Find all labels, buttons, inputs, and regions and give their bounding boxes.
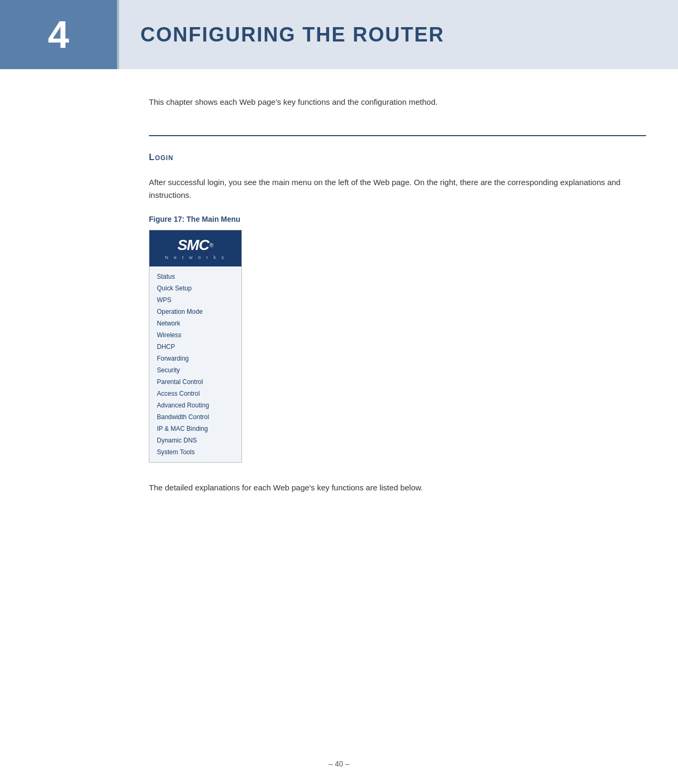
menu-list-item[interactable]: Wireless <box>149 329 241 341</box>
chapter-title: Configuring the Router <box>140 23 445 46</box>
page-header: 4 Configuring the Router <box>0 0 678 69</box>
menu-list-item[interactable]: Status <box>149 271 241 282</box>
chapter-number-block: 4 <box>0 0 117 69</box>
figure-label: Figure 17: The Main Menu <box>149 215 646 223</box>
chapter-number: 4 <box>48 13 69 56</box>
menu-list-item[interactable]: Operation Mode <box>149 306 241 318</box>
menu-list-item[interactable]: IP & MAC Binding <box>149 423 241 435</box>
menu-list-item[interactable]: Network <box>149 318 241 329</box>
login-body-text: After successful login, you see the main… <box>149 176 646 202</box>
main-content: This chapter shows each Web page's key f… <box>0 69 678 526</box>
menu-list-item[interactable]: Security <box>149 364 241 376</box>
menu-list: StatusQuick SetupWPSOperation ModeNetwor… <box>149 266 241 462</box>
footer-paragraph: The detailed explanations for each Web p… <box>149 481 646 494</box>
section-divider <box>149 135 646 136</box>
main-menu-screenshot: SMC® N e t w o r k s StatusQuick SetupWP… <box>149 230 242 463</box>
chapter-title-block: Configuring the Router <box>117 0 678 69</box>
smc-reg-mark: ® <box>210 243 213 248</box>
menu-list-item[interactable]: Dynamic DNS <box>149 435 241 446</box>
page-number: – 40 – <box>329 760 349 768</box>
menu-list-item[interactable]: Access Control <box>149 388 241 399</box>
login-section-heading: Login <box>149 152 646 163</box>
menu-list-item[interactable]: Bandwidth Control <box>149 411 241 423</box>
menu-list-item[interactable]: DHCP <box>149 341 241 353</box>
menu-list-item[interactable]: Quick Setup <box>149 282 241 294</box>
intro-paragraph: This chapter shows each Web page's key f… <box>149 96 646 109</box>
smc-logo: SMC® <box>178 237 214 254</box>
menu-list-item[interactable]: WPS <box>149 294 241 306</box>
menu-logo-block: SMC® N e t w o r k s <box>149 230 241 266</box>
smc-brand-text: SMC <box>178 237 209 254</box>
page-footer: – 40 – <box>0 760 678 768</box>
smc-networks-text: N e t w o r k s <box>165 255 226 260</box>
menu-list-item[interactable]: Parental Control <box>149 376 241 388</box>
menu-list-item[interactable]: Advanced Routing <box>149 399 241 411</box>
menu-list-item[interactable]: Forwarding <box>149 353 241 364</box>
menu-list-item[interactable]: System Tools <box>149 446 241 458</box>
